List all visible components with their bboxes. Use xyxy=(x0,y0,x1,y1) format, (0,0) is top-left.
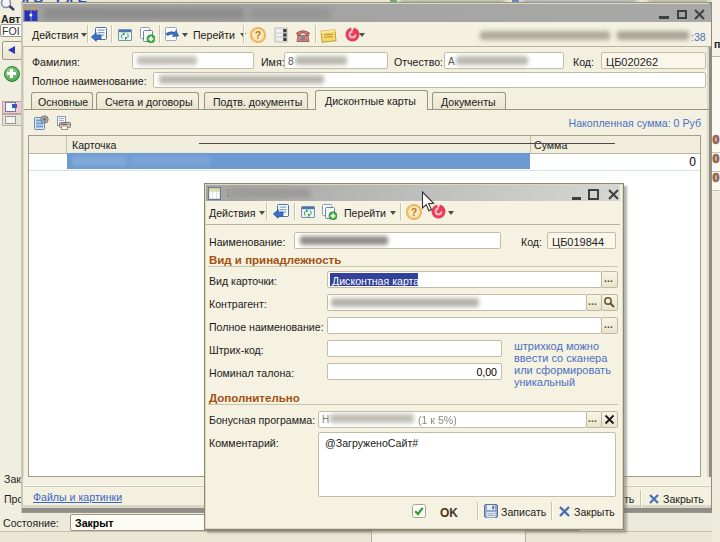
svg-text:?: ? xyxy=(255,30,261,41)
svg-text:?: ? xyxy=(411,207,417,218)
